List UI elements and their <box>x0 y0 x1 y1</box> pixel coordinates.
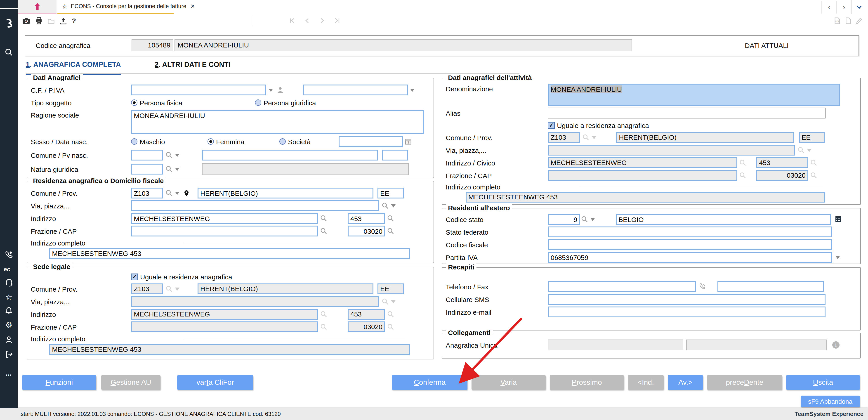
tabs-list-chevron-icon[interactable] <box>851 0 866 14</box>
email-input[interactable] <box>548 306 826 318</box>
search-lookup-icon[interactable] <box>165 166 173 173</box>
stato-nome-input[interactable] <box>616 214 831 225</box>
radio-societa[interactable] <box>279 138 286 145</box>
uguale-residenza-checkbox[interactable]: ✓ <box>131 273 138 280</box>
frazione-input[interactable] <box>131 226 318 236</box>
partita-iva-dropdown-icon[interactable] <box>835 256 840 259</box>
help-icon[interactable]: ? <box>72 17 76 24</box>
search-lookup-icon[interactable] <box>320 215 327 222</box>
search-lookup-icon[interactable] <box>320 228 327 235</box>
search-lookup-icon[interactable] <box>381 202 389 209</box>
search-lookup-icon[interactable] <box>387 228 394 235</box>
data-nascita-input[interactable] <box>339 136 403 147</box>
varia-clifor-button[interactable]: varIa CliFor <box>177 375 253 390</box>
tabs-scroll-left-icon[interactable]: ‹ <box>822 1 836 13</box>
nav-last-icon[interactable] <box>334 17 340 24</box>
search-lookup-icon[interactable] <box>581 216 588 223</box>
search-lookup-icon[interactable] <box>165 189 173 197</box>
tab-anagrafica-completa[interactable]: 1. ANAGRAFICA COMPLETA <box>26 61 121 75</box>
stato-dropdown-icon[interactable] <box>590 218 595 221</box>
prossimo-button[interactable]: Prossimo <box>550 375 624 390</box>
comune-nasc-nome-input[interactable] <box>202 150 378 160</box>
headset-support-icon[interactable] <box>0 277 18 289</box>
precedente-button[interactable]: preceDente <box>707 375 782 390</box>
upload-icon[interactable] <box>60 17 67 24</box>
edit-pencil-icon[interactable] <box>855 17 863 24</box>
via-dropdown-icon[interactable] <box>391 204 396 207</box>
radio-femmina[interactable] <box>208 138 214 145</box>
stato-federato-input[interactable] <box>548 227 832 237</box>
piva-input[interactable] <box>303 85 408 95</box>
teamsystem-logo-icon[interactable] <box>0 17 18 29</box>
gear-settings-icon[interactable]: ⚙ <box>0 319 18 331</box>
nav-prev-icon[interactable] <box>304 17 311 24</box>
natura-cod-input[interactable] <box>131 164 163 175</box>
person-icon[interactable] <box>277 86 284 94</box>
avanti-button[interactable]: Av.> <box>668 375 703 390</box>
indietro-button[interactable]: <Ind. <box>628 375 664 390</box>
uscita-button[interactable]: Uscita <box>786 375 860 390</box>
prov-input[interactable] <box>377 188 404 199</box>
radio-maschio[interactable] <box>131 138 137 145</box>
bell-notifications-icon[interactable] <box>0 305 18 317</box>
radio-persona-giuridica[interactable] <box>255 99 261 106</box>
codice-stato-input[interactable] <box>548 214 580 225</box>
denominazione-input[interactable]: MONEA ANDREI-IULIU <box>548 84 840 106</box>
home-tab[interactable] <box>18 0 57 14</box>
menu-icon[interactable] <box>0 3 18 14</box>
folder-icon[interactable] <box>48 17 55 24</box>
ec-logo-icon[interactable] <box>0 264 18 275</box>
natura-dropdown-icon[interactable] <box>175 168 180 171</box>
indirizzo-input[interactable] <box>131 213 318 224</box>
cf-input[interactable] <box>131 85 266 95</box>
alias-input[interactable] <box>548 108 826 118</box>
gestione-au-button[interactable]: Gestione AU <box>101 375 160 390</box>
radio-persona-fisica[interactable] <box>131 99 137 106</box>
cf-dropdown-icon[interactable] <box>269 88 273 92</box>
map-pin-icon[interactable] <box>183 190 190 197</box>
new-doc-icon[interactable] <box>844 17 852 24</box>
pdf-icon[interactable] <box>834 17 841 24</box>
partita-iva-input[interactable] <box>548 252 832 263</box>
varia-button[interactable]: Varia <box>471 375 546 390</box>
comune-nome-input[interactable] <box>197 188 373 199</box>
calendar-icon[interactable] <box>405 138 412 145</box>
comune-nasc-dropdown-icon[interactable] <box>175 153 180 157</box>
tabs-scroll-right-icon[interactable]: › <box>836 1 851 13</box>
info-icon[interactable]: i <box>832 341 839 349</box>
search-lookup-icon[interactable] <box>165 151 173 159</box>
tab-econs[interactable]: ☆ ECONS - Console per la gestione delle … <box>57 0 174 14</box>
print-icon[interactable] <box>35 17 42 24</box>
indirizzo-completo-field[interactable]: MECHELSESTEENWEG 453 <box>49 248 410 259</box>
search-icon[interactable] <box>0 46 18 58</box>
cellulare-input[interactable] <box>548 294 826 305</box>
search-lookup-icon[interactable] <box>387 215 394 222</box>
phone-contact-icon[interactable] <box>0 249 18 261</box>
comune-nasc-cod-input[interactable] <box>131 150 163 160</box>
abbandona-button[interactable]: sF9 Abbandona <box>801 396 860 407</box>
uguale-residenza-checkbox[interactable]: ✓ <box>548 122 555 129</box>
cap-input[interactable] <box>348 226 385 236</box>
ragione-sociale-input[interactable]: MONEA ANDREI-IULIU <box>131 110 424 134</box>
user-profile-icon[interactable] <box>0 334 18 346</box>
camera-icon[interactable] <box>22 17 30 24</box>
comune-dropdown-icon[interactable] <box>175 191 180 194</box>
close-tab-icon[interactable]: ✕ <box>190 3 196 9</box>
comune-cod-input[interactable] <box>131 188 163 199</box>
list-detail-icon[interactable] <box>835 216 842 223</box>
nav-first-icon[interactable] <box>289 17 296 24</box>
tab-altri-dati-e-conti[interactable]: 2. ALTRI DATI E CONTI <box>155 61 230 72</box>
star-favorites-icon[interactable]: ☆ <box>0 291 18 303</box>
via-input[interactable] <box>131 200 379 211</box>
codice-fiscale-input[interactable] <box>548 239 832 250</box>
piva-dropdown-icon[interactable] <box>410 88 414 92</box>
conferma-button[interactable]: Conferma <box>392 375 467 390</box>
funzioni-button[interactable]: Funzioni <box>22 375 96 390</box>
more-ellipsis-icon[interactable]: ••• <box>0 369 18 381</box>
favorite-star-icon[interactable]: ☆ <box>62 3 68 10</box>
fax-input[interactable] <box>717 281 824 292</box>
logout-icon[interactable] <box>0 348 18 360</box>
pv-nasc-input[interactable] <box>382 150 408 160</box>
telefono-input[interactable] <box>548 281 696 292</box>
civico-input[interactable] <box>348 213 385 224</box>
